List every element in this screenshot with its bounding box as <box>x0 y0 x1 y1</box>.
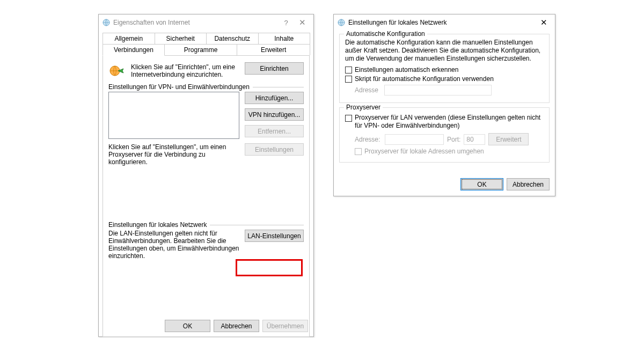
remove-button: Entfernen... <box>245 125 304 137</box>
auto-config-label: Automatische Konfiguration <box>344 30 427 38</box>
proxy-port-label: Port: <box>447 136 460 143</box>
tab-allgemein[interactable]: Allgemein <box>103 33 155 44</box>
setup-section: Klicken Sie auf "Einrichten", um eine In… <box>108 62 304 79</box>
bypass-local-checkbox <box>355 148 362 155</box>
proxy-group-label: Proxyserver <box>344 104 383 111</box>
auto-script-label: Skript für automatische Konfiguration ve… <box>355 75 494 83</box>
tab-container: Allgemein Sicherheit Datenschutz Inhalte… <box>103 33 310 337</box>
proxy-enable-checkbox[interactable] <box>345 115 352 122</box>
tab-sicherheit[interactable]: Sicherheit <box>155 33 207 44</box>
vpn-section-label: Einstellungen für VPN- und Einwählverbin… <box>108 83 253 91</box>
close-button[interactable]: ✕ <box>294 14 310 31</box>
apply-button: Übernehmen <box>262 320 308 332</box>
connection-icon <box>108 62 126 79</box>
dialog-title: Eigenschaften von Internet <box>111 19 278 26</box>
proxy-enable-label: Proxyserver für LAN verwenden (diese Ein… <box>355 114 544 130</box>
cancel-button[interactable]: Abbrechen <box>507 178 550 190</box>
setup-text: Klicken Sie auf "Einrichten", um eine In… <box>131 62 239 78</box>
tab-programme[interactable]: Programme <box>164 44 238 55</box>
settings-button: Einstellungen <box>245 143 304 156</box>
titlebar: Eigenschaften von Internet ? ✕ <box>99 14 313 31</box>
tab-panel: Klicken Sie auf "Einrichten", um eine In… <box>103 55 310 337</box>
auto-script-checkbox[interactable] <box>345 76 352 83</box>
close-button[interactable]: ✕ <box>536 14 552 31</box>
lan-text: Die LAN-Einstellungen gelten nicht für E… <box>108 230 239 260</box>
setup-button[interactable]: Einrichten <box>245 62 304 75</box>
bypass-local-label: Proxyserver für lokale Adressen umgehen <box>364 148 484 155</box>
proxy-address-row: Adresse: Port: 80 Erweitert <box>355 133 544 145</box>
proxy-group: Proxyserver Proxyserver für LAN verwende… <box>339 107 550 163</box>
ok-button[interactable]: OK <box>460 178 503 190</box>
proxy-port-field: 80 <box>464 134 485 145</box>
tab-row-2: Verbindungen Programme Erweitert <box>103 44 310 55</box>
tab-row-1: Allgemein Sicherheit Datenschutz Inhalte <box>103 33 310 44</box>
proxy-address-label: Adresse: <box>355 136 382 143</box>
auto-script-row[interactable]: Skript für automatische Konfiguration ve… <box>345 75 544 83</box>
script-address-field <box>384 85 492 95</box>
ok-button[interactable]: OK <box>165 320 210 332</box>
lan-settings-dialog: Einstellungen für lokales Netzwerk ✕ Aut… <box>333 14 555 196</box>
tab-verbindungen[interactable]: Verbindungen <box>103 44 165 56</box>
vpn-add-button[interactable]: VPN hinzufügen... <box>245 108 304 121</box>
tab-inhalte[interactable]: Inhalte <box>258 33 311 44</box>
auto-detect-label: Einstellungen automatisch erkennen <box>355 66 458 74</box>
internet-properties-dialog: Eigenschaften von Internet ? ✕ Allgemein… <box>98 14 314 337</box>
auto-detect-row[interactable]: Einstellungen automatisch erkennen <box>345 66 544 74</box>
address-label: Adresse <box>355 86 382 94</box>
bypass-local-row: Proxyserver für lokale Adressen umgehen <box>355 148 544 155</box>
lan-settings-button[interactable]: LAN-Einstellungen <box>245 230 304 242</box>
advanced-button: Erweitert <box>488 133 529 145</box>
auto-config-text: Die automatische Konfiguration kann die … <box>345 39 544 63</box>
vpn-section: Einstellungen für VPN- und Einwählverbin… <box>108 87 304 166</box>
internet-options-icon <box>337 18 346 27</box>
script-address-row: Adresse <box>355 85 544 95</box>
proxy-enable-row[interactable]: Proxyserver für LAN verwenden (diese Ein… <box>345 114 544 130</box>
dialog-title: Einstellungen für lokales Netzwerk <box>346 19 536 26</box>
proxy-address-field <box>385 134 444 145</box>
dialog-buttons: OK Abbrechen Übernehmen <box>165 320 308 332</box>
tab-datenschutz[interactable]: Datenschutz <box>206 33 259 44</box>
proxy-hint-text: Klicken Sie auf "Einstellungen", um eine… <box>108 143 239 166</box>
cancel-button[interactable]: Abbrechen <box>214 320 259 332</box>
tab-erweitert[interactable]: Erweitert <box>237 44 310 55</box>
dialog-buttons: OK Abbrechen <box>460 178 550 190</box>
auto-config-group: Automatische Konfiguration Die automatis… <box>339 34 550 103</box>
highlight-lan-button <box>236 259 303 276</box>
internet-options-icon <box>102 18 111 27</box>
auto-detect-checkbox[interactable] <box>345 67 352 74</box>
titlebar: Einstellungen für lokales Netzwerk ✕ <box>334 14 555 31</box>
connections-listbox[interactable] <box>108 92 239 139</box>
lan-section: Einstellungen für lokales Netzwerk Die L… <box>108 225 304 260</box>
help-button[interactable]: ? <box>278 14 294 31</box>
add-button[interactable]: Hinzufügen... <box>245 92 304 104</box>
lan-section-label: Einstellungen für lokales Netzwerk <box>108 221 210 229</box>
